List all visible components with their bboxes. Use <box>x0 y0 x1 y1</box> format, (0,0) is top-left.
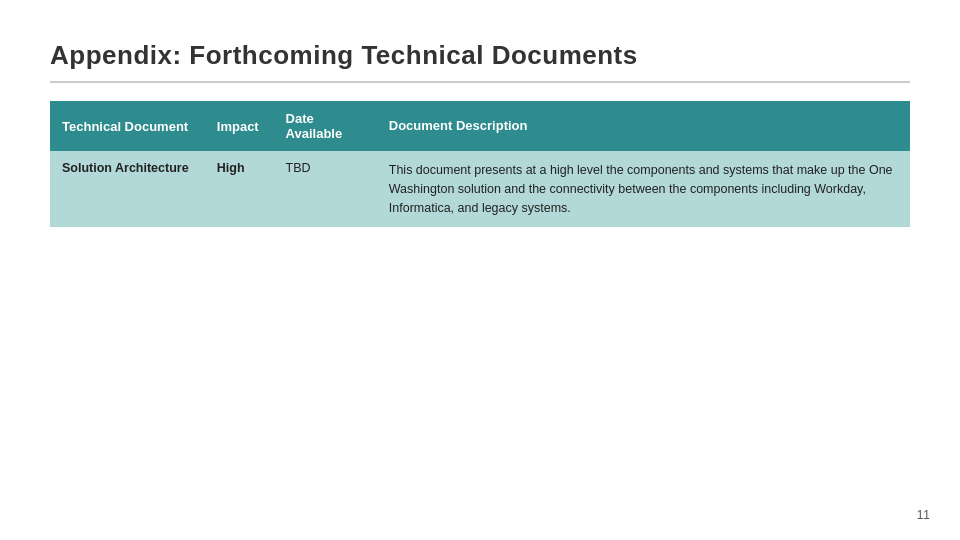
table-row: Solution Architecture High TBD This docu… <box>50 151 910 227</box>
table-wrapper: Technical Document Impact Date Available… <box>50 101 910 227</box>
page-number: 11 <box>917 508 930 522</box>
header-document-description: Document Description <box>377 101 910 151</box>
header-date-available: Date Available <box>274 101 377 151</box>
header-impact: Impact <box>205 101 274 151</box>
title-divider <box>50 81 910 83</box>
page-container: Appendix: Forthcoming Technical Document… <box>0 0 960 247</box>
table-header-row: Technical Document Impact Date Available… <box>50 101 910 151</box>
cell-date-available: TBD <box>274 151 377 227</box>
cell-description: This document presents at a high level t… <box>377 151 910 227</box>
cell-impact: High <box>205 151 274 227</box>
cell-technical-document: Solution Architecture <box>50 151 205 227</box>
documents-table: Technical Document Impact Date Available… <box>50 101 910 227</box>
page-title: Appendix: Forthcoming Technical Document… <box>50 40 910 71</box>
header-technical-document: Technical Document <box>50 101 205 151</box>
